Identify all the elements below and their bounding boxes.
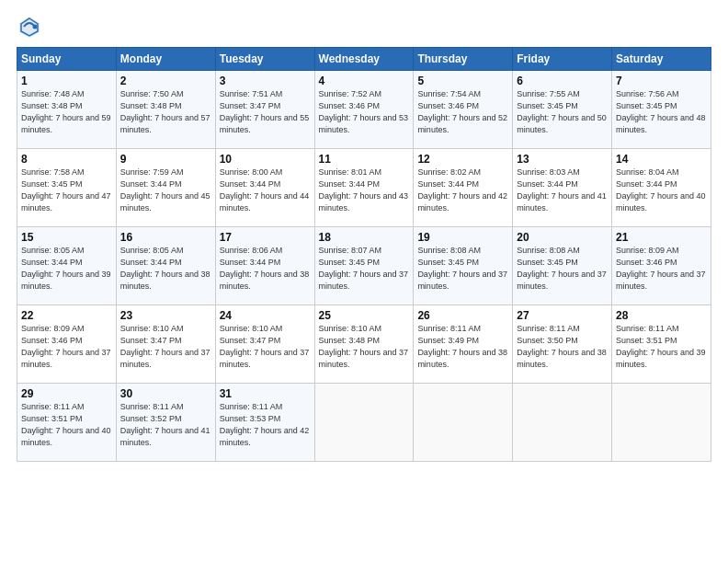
calendar-cell: 23Sunrise: 8:10 AMSunset: 3:47 PMDayligh…: [116, 305, 215, 384]
calendar-cell: 25Sunrise: 8:10 AMSunset: 3:48 PMDayligh…: [314, 305, 414, 384]
day-detail: Sunrise: 8:11 AMSunset: 3:51 PMDaylight:…: [616, 323, 707, 371]
calendar-cell: 19Sunrise: 8:08 AMSunset: 3:45 PMDayligh…: [414, 227, 513, 305]
calendar-cell: [612, 384, 711, 462]
calendar-cell: 30Sunrise: 8:11 AMSunset: 3:52 PMDayligh…: [116, 384, 215, 462]
day-number: 30: [120, 387, 211, 400]
day-number: 1: [21, 75, 112, 87]
day-detail: Sunrise: 8:09 AMSunset: 3:46 PMDaylight:…: [21, 323, 112, 371]
day-detail: Sunrise: 8:10 AMSunset: 3:47 PMDaylight:…: [120, 323, 211, 371]
calendar-cell: 28Sunrise: 8:11 AMSunset: 3:51 PMDayligh…: [612, 305, 711, 384]
day-number: 4: [319, 75, 410, 87]
day-number: 31: [220, 387, 311, 400]
day-number: 11: [319, 153, 410, 166]
calendar-week-4: 22Sunrise: 8:09 AMSunset: 3:46 PMDayligh…: [17, 305, 711, 384]
calendar-cell: 20Sunrise: 8:08 AMSunset: 3:45 PMDayligh…: [513, 227, 612, 305]
header: [17, 14, 711, 40]
day-detail: Sunrise: 8:05 AMSunset: 3:44 PMDaylight:…: [120, 245, 211, 293]
calendar-cell: [314, 384, 414, 462]
day-detail: Sunrise: 7:50 AMSunset: 3:48 PMDaylight:…: [120, 88, 211, 136]
calendar-cell: 9Sunrise: 7:59 AMSunset: 3:44 PMDaylight…: [116, 149, 215, 227]
weekday-friday: Friday: [513, 48, 612, 71]
calendar-cell: 10Sunrise: 8:00 AMSunset: 3:44 PMDayligh…: [215, 149, 314, 227]
day-detail: Sunrise: 7:55 AMSunset: 3:45 PMDaylight:…: [517, 88, 608, 136]
day-detail: Sunrise: 8:11 AMSunset: 3:53 PMDaylight:…: [220, 401, 311, 449]
weekday-tuesday: Tuesday: [215, 48, 314, 71]
calendar-cell: 13Sunrise: 8:03 AMSunset: 3:44 PMDayligh…: [513, 149, 612, 227]
logo-icon: [17, 14, 42, 40]
weekday-saturday: Saturday: [612, 48, 711, 71]
day-number: 5: [417, 75, 508, 87]
weekday-monday: Monday: [116, 48, 215, 71]
weekday-wednesday: Wednesday: [314, 48, 414, 71]
day-number: 18: [319, 231, 410, 244]
day-number: 20: [517, 231, 608, 244]
calendar-cell: 15Sunrise: 8:05 AMSunset: 3:44 PMDayligh…: [17, 227, 117, 305]
day-number: 19: [417, 231, 508, 244]
calendar-cell: 18Sunrise: 8:07 AMSunset: 3:45 PMDayligh…: [314, 227, 414, 305]
calendar-body: 1Sunrise: 7:48 AMSunset: 3:48 PMDaylight…: [17, 71, 711, 462]
day-detail: Sunrise: 8:11 AMSunset: 3:49 PMDaylight:…: [417, 323, 508, 371]
calendar-cell: 1Sunrise: 7:48 AMSunset: 3:48 PMDaylight…: [17, 71, 117, 149]
day-detail: Sunrise: 8:07 AMSunset: 3:45 PMDaylight:…: [319, 245, 410, 293]
day-number: 7: [616, 75, 707, 87]
weekday-header-row: SundayMondayTuesdayWednesdayThursdayFrid…: [17, 48, 711, 71]
calendar-cell: 14Sunrise: 8:04 AMSunset: 3:44 PMDayligh…: [612, 149, 711, 227]
day-number: 27: [517, 309, 608, 322]
day-detail: Sunrise: 8:10 AMSunset: 3:48 PMDaylight:…: [319, 323, 410, 371]
calendar-week-1: 1Sunrise: 7:48 AMSunset: 3:48 PMDaylight…: [17, 71, 711, 149]
day-detail: Sunrise: 8:09 AMSunset: 3:46 PMDaylight:…: [616, 245, 707, 293]
day-number: 8: [21, 153, 112, 166]
calendar-cell: 5Sunrise: 7:54 AMSunset: 3:46 PMDaylight…: [414, 71, 513, 149]
calendar-cell: 8Sunrise: 7:58 AMSunset: 3:45 PMDaylight…: [17, 149, 117, 227]
day-detail: Sunrise: 8:02 AMSunset: 3:44 PMDaylight:…: [417, 167, 508, 214]
day-detail: Sunrise: 8:08 AMSunset: 3:45 PMDaylight:…: [417, 245, 508, 293]
day-number: 14: [616, 153, 707, 166]
calendar-cell: 12Sunrise: 8:02 AMSunset: 3:44 PMDayligh…: [414, 149, 513, 227]
day-detail: Sunrise: 7:56 AMSunset: 3:45 PMDaylight:…: [616, 88, 707, 136]
calendar-cell: 17Sunrise: 8:06 AMSunset: 3:44 PMDayligh…: [215, 227, 314, 305]
calendar-cell: 3Sunrise: 7:51 AMSunset: 3:47 PMDaylight…: [215, 71, 314, 149]
calendar-cell: [414, 384, 513, 462]
day-number: 29: [21, 387, 112, 400]
calendar-page: SundayMondayTuesdayWednesdayThursdayFrid…: [0, 0, 728, 563]
day-number: 15: [21, 231, 112, 244]
logo: [17, 14, 46, 40]
day-detail: Sunrise: 8:01 AMSunset: 3:44 PMDaylight:…: [319, 167, 410, 214]
calendar-cell: 6Sunrise: 7:55 AMSunset: 3:45 PMDaylight…: [513, 71, 612, 149]
day-detail: Sunrise: 8:03 AMSunset: 3:44 PMDaylight:…: [517, 167, 608, 214]
calendar-week-3: 15Sunrise: 8:05 AMSunset: 3:44 PMDayligh…: [17, 227, 711, 305]
weekday-sunday: Sunday: [17, 48, 117, 71]
day-number: 9: [120, 153, 211, 166]
day-detail: Sunrise: 8:05 AMSunset: 3:44 PMDaylight:…: [21, 245, 112, 293]
day-detail: Sunrise: 8:11 AMSunset: 3:50 PMDaylight:…: [517, 323, 608, 371]
day-number: 10: [220, 153, 311, 166]
day-detail: Sunrise: 7:48 AMSunset: 3:48 PMDaylight:…: [21, 88, 112, 136]
day-detail: Sunrise: 8:11 AMSunset: 3:51 PMDaylight:…: [21, 401, 112, 449]
calendar-cell: 24Sunrise: 8:10 AMSunset: 3:47 PMDayligh…: [215, 305, 314, 384]
calendar-week-2: 8Sunrise: 7:58 AMSunset: 3:45 PMDaylight…: [17, 149, 711, 227]
day-number: 22: [21, 309, 112, 322]
calendar-cell: 29Sunrise: 8:11 AMSunset: 3:51 PMDayligh…: [17, 384, 117, 462]
calendar-cell: 27Sunrise: 8:11 AMSunset: 3:50 PMDayligh…: [513, 305, 612, 384]
calendar-cell: 31Sunrise: 8:11 AMSunset: 3:53 PMDayligh…: [215, 384, 314, 462]
day-number: 3: [220, 75, 311, 87]
day-detail: Sunrise: 7:59 AMSunset: 3:44 PMDaylight:…: [120, 167, 211, 214]
day-detail: Sunrise: 7:52 AMSunset: 3:46 PMDaylight:…: [319, 88, 410, 136]
day-detail: Sunrise: 8:04 AMSunset: 3:44 PMDaylight:…: [616, 167, 707, 214]
calendar-cell: 4Sunrise: 7:52 AMSunset: 3:46 PMDaylight…: [314, 71, 414, 149]
calendar-cell: 21Sunrise: 8:09 AMSunset: 3:46 PMDayligh…: [612, 227, 711, 305]
day-number: 21: [616, 231, 707, 244]
day-detail: Sunrise: 8:08 AMSunset: 3:45 PMDaylight:…: [517, 245, 608, 293]
day-number: 16: [120, 231, 211, 244]
day-detail: Sunrise: 7:58 AMSunset: 3:45 PMDaylight:…: [21, 167, 112, 214]
calendar-cell: [513, 384, 612, 462]
day-number: 24: [220, 309, 311, 322]
day-detail: Sunrise: 8:11 AMSunset: 3:52 PMDaylight:…: [120, 401, 211, 449]
calendar-table: SundayMondayTuesdayWednesdayThursdayFrid…: [17, 47, 711, 462]
day-number: 6: [517, 75, 608, 87]
day-number: 28: [616, 309, 707, 322]
day-detail: Sunrise: 8:06 AMSunset: 3:44 PMDaylight:…: [220, 245, 311, 293]
calendar-cell: 22Sunrise: 8:09 AMSunset: 3:46 PMDayligh…: [17, 305, 117, 384]
calendar-cell: 11Sunrise: 8:01 AMSunset: 3:44 PMDayligh…: [314, 149, 414, 227]
day-detail: Sunrise: 7:54 AMSunset: 3:46 PMDaylight:…: [417, 88, 508, 136]
